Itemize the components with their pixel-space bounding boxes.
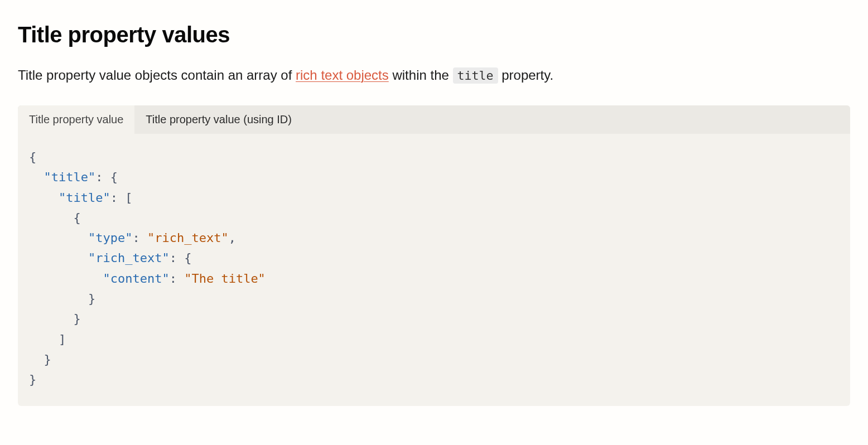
code-example-container: Title property value Title property valu… [18,105,850,406]
rich-text-objects-link[interactable]: rich text objects [296,67,389,83]
tab-title-property-value[interactable]: Title property value [18,105,134,134]
description-prefix: Title property value objects contain an … [18,67,296,83]
inline-code-title: title [453,67,498,84]
tab-title-property-value-using-id[interactable]: Title property value (using ID) [134,105,303,134]
section-description: Title property value objects contain an … [18,65,850,85]
description-mid: within the [389,67,453,83]
code-block: { "title": { "title": [ { "type": "rich_… [18,134,850,406]
description-suffix: property. [498,67,554,83]
code-tabs: Title property value Title property valu… [18,105,850,134]
section-heading: Title property values [18,22,850,47]
